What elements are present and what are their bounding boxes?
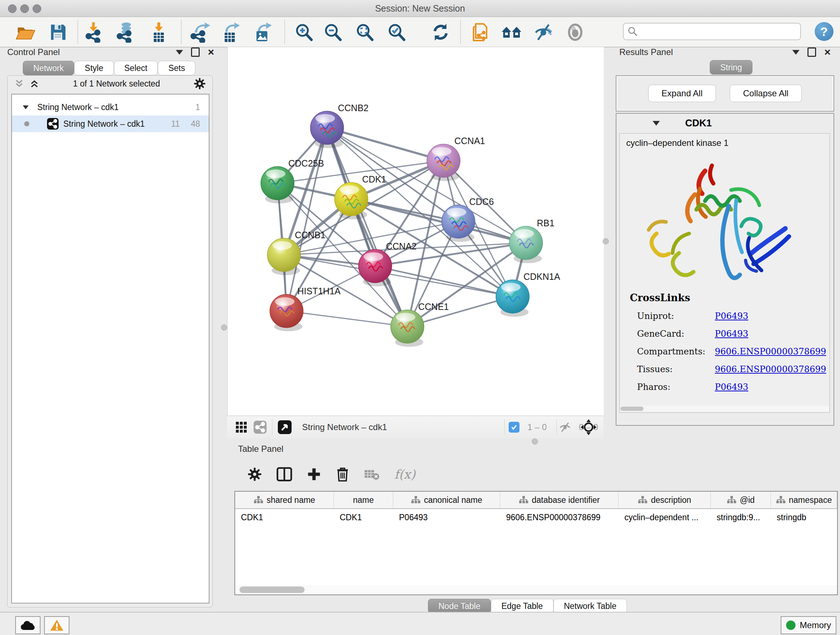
table-options-gear-icon[interactable] bbox=[248, 467, 262, 481]
memory-button[interactable]: Memory bbox=[781, 616, 836, 634]
network-canvas[interactable]: CCNB2CCNA1CDC25BCDK1CDC6RB1CCNB1CCNA2CDK… bbox=[227, 47, 604, 416]
network-node-CCNA2[interactable]: CCNA2 bbox=[358, 241, 417, 287]
tab-select[interactable]: Select bbox=[114, 61, 158, 75]
home-networks-button[interactable] bbox=[500, 21, 523, 44]
crosslink-link[interactable]: 9606.ENSP00000378699 bbox=[715, 364, 826, 374]
network-node-CCNA1[interactable]: CCNA1 bbox=[427, 136, 485, 181]
network-node-CCNB1[interactable]: CCNB1 bbox=[267, 230, 325, 275]
panel-float-icon[interactable] bbox=[191, 48, 200, 57]
cloud-button[interactable] bbox=[15, 616, 41, 634]
network-node-CCNB2[interactable]: CCNB2 bbox=[310, 103, 369, 148]
export-network-button[interactable] bbox=[189, 21, 212, 44]
tab-sets[interactable]: Sets bbox=[158, 61, 195, 75]
export-table-button[interactable] bbox=[218, 21, 242, 44]
network-node-RB1[interactable]: RB1 bbox=[509, 218, 554, 263]
column-header-name[interactable]: name bbox=[334, 492, 393, 508]
crosslink-link[interactable]: P06493 bbox=[715, 329, 748, 339]
add-column-plus-icon[interactable] bbox=[307, 467, 321, 481]
table-cell[interactable]: cyclin–dependent ... bbox=[619, 509, 711, 526]
tree-expand-icon[interactable] bbox=[23, 105, 28, 109]
save-session-button[interactable] bbox=[46, 21, 69, 44]
zoom-fit-button[interactable] bbox=[353, 21, 376, 44]
crosslink-link[interactable]: P06493 bbox=[715, 382, 748, 392]
column-header-canonical-name[interactable]: canonical name bbox=[393, 492, 500, 508]
network-node-CDKN1A[interactable]: CDKN1A bbox=[496, 272, 561, 317]
hide-selected-button[interactable] bbox=[532, 21, 555, 44]
tab-style[interactable]: Style bbox=[74, 61, 114, 75]
open-in-new-icon[interactable] bbox=[278, 420, 292, 434]
network-collection-row[interactable]: String Network – cdk1 1 bbox=[12, 99, 209, 116]
help-button[interactable]: ? bbox=[815, 22, 834, 41]
function-builder-icon[interactable]: f(x) bbox=[394, 467, 415, 481]
table-cell[interactable]: CDK1 bbox=[334, 509, 393, 526]
panel-menu-icon[interactable] bbox=[792, 50, 799, 55]
crosslink-link[interactable]: P06493 bbox=[715, 311, 748, 321]
tab-network[interactable]: Network bbox=[23, 61, 74, 75]
birds-eye-grid-icon[interactable] bbox=[235, 421, 248, 433]
expand-all-button[interactable]: Expand All bbox=[648, 85, 716, 102]
network-snapshot-button[interactable] bbox=[470, 21, 493, 44]
selected-nodes-checkbox[interactable] bbox=[508, 422, 519, 432]
network-node-CDK1[interactable]: CDK1 bbox=[335, 174, 386, 219]
string-panel-icon[interactable] bbox=[253, 420, 267, 434]
collapse-all-chevron-icon[interactable] bbox=[14, 79, 24, 88]
column-header-description[interactable]: description bbox=[619, 492, 711, 508]
table-row[interactable]: CDK1CDK1P064939606.ENSP00000378699cyclin… bbox=[235, 509, 837, 526]
open-session-button[interactable] bbox=[14, 21, 37, 44]
crosslink-link[interactable]: 9606.ENSP00000378699 bbox=[715, 347, 826, 356]
table-cell[interactable]: stringdb bbox=[771, 509, 837, 526]
hidden-eye-slash-icon[interactable] bbox=[559, 422, 572, 432]
column-header-shared-name[interactable]: shared name bbox=[235, 492, 334, 508]
clear-table-icon[interactable] bbox=[364, 468, 380, 480]
table-cell[interactable]: P06493 bbox=[393, 509, 500, 526]
import-network-file-button[interactable] bbox=[83, 21, 106, 44]
import-table-file-button[interactable] bbox=[147, 21, 170, 44]
panel-close-icon[interactable]: × bbox=[208, 49, 214, 56]
table-scrollbar-thumb[interactable] bbox=[240, 586, 305, 593]
zoom-out-button[interactable] bbox=[321, 21, 344, 44]
network-edge[interactable] bbox=[351, 199, 526, 243]
tab-edge-table[interactable]: Edge Table bbox=[491, 599, 554, 613]
left-splitter-handle[interactable] bbox=[221, 325, 227, 331]
network-row-selected[interactable]: String Network – cdk1 11 48 bbox=[12, 116, 209, 132]
node-table[interactable]: shared namenamecanonical namedatabase id… bbox=[234, 491, 838, 586]
crosshair-move-icon[interactable] bbox=[580, 419, 597, 435]
column-header-@id[interactable]: @id bbox=[711, 492, 771, 508]
collapse-all-button[interactable]: Collapse All bbox=[729, 85, 802, 102]
tab-network-table[interactable]: Network Table bbox=[554, 599, 627, 613]
results-scrollbar-thumb[interactable] bbox=[621, 407, 644, 411]
table-cell[interactable]: 9606.ENSP00000378699 bbox=[500, 509, 619, 526]
zoom-selected-button[interactable] bbox=[385, 21, 408, 44]
search-input[interactable] bbox=[623, 23, 801, 40]
gene-section-header[interactable]: CDK1 bbox=[616, 114, 834, 133]
delete-column-trash-icon[interactable] bbox=[336, 467, 349, 482]
column-header-namespace[interactable]: namespace bbox=[771, 492, 837, 508]
table-horizontal-scrollbar[interactable] bbox=[234, 585, 838, 595]
toolbar-separator bbox=[181, 20, 182, 44]
right-splitter-handle[interactable] bbox=[603, 238, 609, 244]
table-cell[interactable]: stringdb:9... bbox=[711, 509, 771, 526]
zoom-in-button[interactable] bbox=[292, 21, 316, 44]
panel-float-icon[interactable] bbox=[807, 48, 816, 57]
network-edge[interactable] bbox=[286, 311, 407, 326]
show-hidden-button[interactable] bbox=[564, 21, 587, 44]
show-columns-icon[interactable] bbox=[276, 467, 292, 481]
refresh-view-button[interactable] bbox=[429, 21, 452, 44]
gear-icon[interactable] bbox=[194, 78, 206, 90]
network-selection-status: 1 of 1 Network selected bbox=[39, 79, 194, 89]
tab-string[interactable]: String bbox=[710, 60, 752, 74]
panel-menu-icon[interactable] bbox=[176, 50, 183, 55]
warnings-button[interactable] bbox=[44, 616, 69, 634]
export-image-button[interactable] bbox=[250, 21, 273, 44]
import-network-database-button[interactable] bbox=[114, 21, 137, 44]
gene-collapse-icon[interactable] bbox=[653, 121, 660, 126]
table-cell[interactable]: CDK1 bbox=[235, 509, 334, 526]
table-header-row: shared namenamecanonical namedatabase id… bbox=[235, 492, 837, 509]
results-scrollbar[interactable] bbox=[621, 406, 829, 412]
tab-node-table[interactable]: Node Table bbox=[428, 599, 491, 613]
expand-all-chevron-icon[interactable] bbox=[29, 79, 39, 88]
network-edge[interactable] bbox=[375, 266, 513, 296]
network-node-HIST1H1A[interactable]: HIST1H1A bbox=[270, 286, 341, 331]
column-header-database-identifier[interactable]: database identifier bbox=[500, 492, 619, 508]
panel-close-icon[interactable]: × bbox=[824, 49, 831, 56]
